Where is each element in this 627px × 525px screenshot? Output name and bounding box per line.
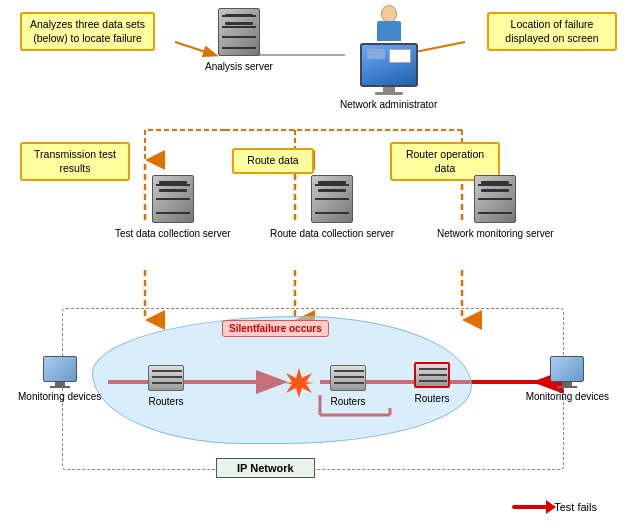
monitoring-device-left: Monitoring devices <box>18 356 101 403</box>
analysis-server-group: Analysis server <box>205 8 273 73</box>
analyzes-label: Analyzes three data sets (below) to loca… <box>20 12 155 51</box>
route-data-server-group: Route data collection server <box>270 175 394 240</box>
transmission-label: Transmission test results <box>20 142 130 181</box>
test-data-server-group: Test data collection server <box>115 175 231 240</box>
ip-network-box: IP Network <box>216 458 315 478</box>
network-monitoring-server-group: Network monitoring server <box>437 175 554 240</box>
silent-failure-label: Silentfailure occurs <box>222 320 329 337</box>
legend-red-line <box>512 505 548 509</box>
router-left-group: Routers <box>148 365 184 408</box>
diagram: Analyzes three data sets (below) to loca… <box>0 0 627 525</box>
router-mid-group: Routers <box>330 365 366 408</box>
explosion-marker <box>284 368 314 398</box>
test-fails-label: Test fails <box>554 501 597 513</box>
route-data-label: Route data <box>232 148 314 174</box>
router-right-group: Routers <box>414 362 450 405</box>
admin-group: Network administrator <box>340 5 437 111</box>
monitoring-device-right: Monitoring devices <box>526 356 609 403</box>
location-label: Location of failure displayed on screen <box>487 12 617 51</box>
legend-test-fails: Test fails <box>512 501 597 513</box>
svg-marker-20 <box>284 368 314 398</box>
